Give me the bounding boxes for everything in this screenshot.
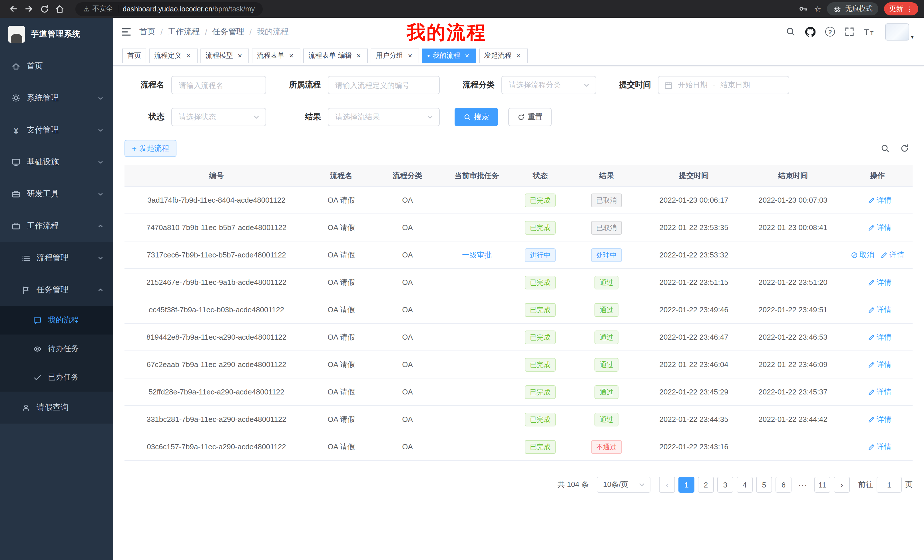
page-number-button[interactable]: 5 <box>756 477 772 493</box>
tab[interactable]: ● 流程表单 × <box>252 48 300 63</box>
process-name-input[interactable] <box>171 76 266 94</box>
detail-link[interactable]: 详情 <box>868 222 891 233</box>
cancel-link[interactable]: 取消 <box>850 250 874 260</box>
prev-page-button[interactable]: ‹ <box>659 477 675 493</box>
sidebar-item-process-management[interactable]: 流程管理 <box>0 242 113 274</box>
sidebar-toggle-button[interactable] <box>121 27 131 36</box>
bookmark-star-icon[interactable]: ☆ <box>814 4 821 13</box>
submit-time-range-picker[interactable]: 开始日期 - 结束日期 <box>658 76 789 94</box>
cell-id: 67c2eaab-7b9a-11ec-a290-acde48001122 <box>124 360 308 369</box>
detail-link[interactable]: 详情 <box>868 277 891 287</box>
current-task-link[interactable]: 一级审批 <box>462 250 492 259</box>
search-icon[interactable] <box>786 27 795 36</box>
detail-link[interactable]: 详情 <box>868 359 891 370</box>
cell-process-name: OA 请假 <box>308 277 374 287</box>
close-icon[interactable]: × <box>463 52 471 60</box>
status-select[interactable]: 请选择状态 <box>171 108 266 126</box>
browser-update-button[interactable]: 更新 ⋮ <box>884 2 918 15</box>
detail-link[interactable]: 详情 <box>868 304 891 315</box>
browser-reload-button[interactable] <box>36 2 52 16</box>
column-header[interactable]: 结果 <box>568 171 645 181</box>
result-select[interactable]: 请选择流结果 <box>328 108 440 126</box>
page-number-button[interactable]: ··· <box>795 477 811 493</box>
close-icon[interactable]: × <box>287 52 295 60</box>
sidebar-item-todo-tasks[interactable]: 待办任务 <box>0 334 113 363</box>
detail-link[interactable]: 详情 <box>881 250 904 260</box>
category-select[interactable]: 请选择流程分类 <box>501 76 596 94</box>
github-icon[interactable] <box>805 27 816 37</box>
next-page-button[interactable]: › <box>834 477 850 493</box>
column-header[interactable]: 状态 <box>513 171 568 181</box>
goto-page-input[interactable] <box>877 477 902 493</box>
close-icon[interactable]: × <box>236 52 244 60</box>
breadcrumb-link[interactable]: 我的流程 <box>257 27 289 37</box>
create-process-button[interactable]: + 发起流程 <box>124 140 177 157</box>
page-size-select[interactable]: 10条/页 <box>597 477 651 493</box>
close-icon[interactable]: × <box>355 52 363 60</box>
sidebar-item-infrastructure[interactable]: 基础设施 <box>0 146 113 178</box>
detail-link[interactable]: 详情 <box>868 195 891 205</box>
page-number-button[interactable]: 11 <box>814 477 830 493</box>
refresh-icon[interactable] <box>900 144 909 153</box>
sidebar-item-payment[interactable]: ¥ 支付管理 <box>0 114 113 146</box>
page-number-button[interactable]: 4 <box>736 477 753 493</box>
sidebar-item-leave-query[interactable]: 请假查询 <box>0 392 113 424</box>
browser-back-button[interactable] <box>6 2 21 16</box>
column-header[interactable]: 流程名 <box>308 171 374 181</box>
active-dot-icon: ● <box>427 53 430 58</box>
fullscreen-icon[interactable] <box>844 27 854 36</box>
browser-home-button[interactable] <box>52 2 68 16</box>
column-header[interactable]: 流程分类 <box>374 171 441 181</box>
column-header[interactable]: 结束时间 <box>742 171 843 181</box>
browser-forward-button[interactable] <box>21 2 36 16</box>
tab[interactable]: ● 首页 × <box>122 48 146 63</box>
page-number-button[interactable]: 1 <box>678 477 694 493</box>
process-definition-input[interactable] <box>328 76 440 94</box>
breadcrumb-link[interactable]: 任务管理 <box>213 27 244 37</box>
tab[interactable]: ● 流程模型 × <box>201 48 249 63</box>
sidebar-item-system[interactable]: 系统管理 <box>0 82 113 114</box>
sidebar-item-my-process[interactable]: 我的流程 <box>0 306 113 334</box>
reset-button[interactable]: 重置 <box>508 108 552 126</box>
page-number-button[interactable]: 3 <box>717 477 733 493</box>
tab[interactable]: ● 流程表单-编辑 × <box>303 48 368 63</box>
search-button[interactable]: 搜索 <box>454 108 498 126</box>
tab[interactable]: ● 流程定义 × <box>149 48 198 63</box>
user-menu[interactable]: ▾ <box>885 23 914 40</box>
tab[interactable]: ● 我的流程 × <box>422 48 476 63</box>
tab[interactable]: ● 用户分组 × <box>370 48 419 63</box>
detail-link[interactable]: 详情 <box>868 387 891 397</box>
chevron-down-icon <box>97 191 104 198</box>
column-header[interactable]: 提交时间 <box>645 171 742 181</box>
sidebar-item-dev-tools[interactable]: 研发工具 <box>0 178 113 210</box>
page-number-button[interactable]: 2 <box>698 477 714 493</box>
font-size-icon[interactable]: TT <box>864 27 876 36</box>
breadcrumb-link[interactable]: 工作流程 <box>168 27 200 37</box>
sidebar-item-home[interactable]: 首页 <box>0 50 113 82</box>
app-logo[interactable]: 芋道管理系统 <box>0 18 113 50</box>
column-header[interactable]: 操作 <box>843 171 911 181</box>
column-header[interactable]: 当前审批任务 <box>441 171 513 181</box>
detail-link[interactable]: 详情 <box>868 414 891 424</box>
close-icon[interactable]: × <box>514 52 522 60</box>
close-icon[interactable]: × <box>406 52 414 60</box>
sidebar-item-done-tasks[interactable]: 已办任务 <box>0 363 113 392</box>
sidebar-item-label: 已办任务 <box>48 372 79 382</box>
address-bar[interactable]: ⚠不安全 dashboard.yudao.iocoder.cn/bpm/task… <box>75 2 263 16</box>
menu-dots-icon[interactable]: ⋮ <box>906 5 913 13</box>
breadcrumb-link[interactable]: 首页 <box>140 27 155 37</box>
close-icon[interactable]: × <box>184 52 192 60</box>
toggle-search-icon[interactable] <box>880 144 890 153</box>
sidebar-item-task-management[interactable]: 任务管理 <box>0 274 113 306</box>
sidebar-item-workflow[interactable]: 工作流程 <box>0 210 113 242</box>
tab[interactable]: ● 发起流程 × <box>479 48 528 63</box>
help-icon[interactable]: ? <box>825 27 835 36</box>
detail-link[interactable]: 详情 <box>868 332 891 342</box>
column-header[interactable]: 编号 <box>124 171 308 181</box>
key-icon[interactable] <box>799 4 808 14</box>
url-text[interactable]: dashboard.yudao.iocoder.cn/bpm/task/my <box>123 5 255 13</box>
page-number-button[interactable]: 6 <box>776 477 792 493</box>
cell-actions: 取消 详情 <box>843 414 911 424</box>
detail-link[interactable]: 详情 <box>868 442 891 452</box>
security-status[interactable]: ⚠不安全 <box>83 4 113 14</box>
